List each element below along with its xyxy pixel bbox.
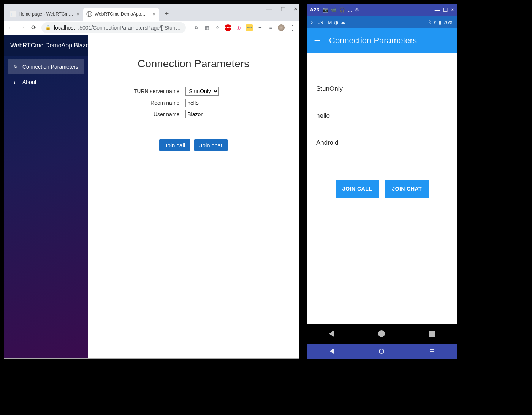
sidebar-item-about[interactable]: i About: [8, 74, 84, 90]
android-recents-icon[interactable]: [429, 331, 435, 337]
android-room-name-input[interactable]: [315, 108, 449, 122]
info-icon: i: [12, 79, 18, 85]
android-nav-bar: [307, 324, 457, 344]
room-name-label: Room name:: [131, 97, 183, 109]
android-home-icon[interactable]: [378, 330, 385, 337]
emulator-nav-bar: ☰: [307, 344, 457, 359]
turn-server-select[interactable]: StunOnly: [185, 87, 219, 96]
emulator-name: A23: [310, 7, 320, 13]
emu-headphones-icon[interactable]: 🎧: [339, 7, 345, 13]
window-maximize-icon[interactable]: ☐: [280, 6, 286, 13]
qr-icon[interactable]: ▦: [203, 24, 210, 31]
back-button-icon[interactable]: ←: [7, 24, 14, 31]
emu-camera-icon[interactable]: 📷: [323, 7, 328, 13]
sidebar: WebRTCme.DemoApp.Blazor ✎ Connection Par…: [4, 35, 88, 358]
emu-settings-icon[interactable]: ⚙: [355, 7, 359, 13]
battery-percent: 76%: [443, 19, 453, 25]
tab2-close-icon[interactable]: ×: [152, 11, 156, 17]
cloud-notif-icon: ☁: [340, 19, 345, 25]
tab1-favicon-icon: I: [10, 11, 16, 17]
bluetooth-icon: ᛒ: [428, 19, 431, 25]
reload-button-icon[interactable]: ⟳: [30, 24, 37, 31]
emulator-close-icon[interactable]: ×: [451, 7, 454, 13]
browser-title-bar: I Home page - WebRTCme.Signall × WebRTCm…: [4, 4, 299, 21]
extension-icons: ⧉ ▦ ☆ ABP ◎ 400 ✦ ≡: [193, 24, 285, 31]
connection-form: TURN server name: StunOnly Room name: Us…: [131, 85, 255, 120]
android-join-chat-button[interactable]: JOIN CHAT: [385, 180, 429, 198]
phone-screen: 21:09 M ◑ ☁ ᛒ ▾ ▮ 76% ☰ Connection Param…: [307, 16, 457, 359]
profile-avatar-icon[interactable]: [278, 24, 285, 31]
page-title: Connection Parameters: [99, 58, 288, 70]
emu-nav-back-icon[interactable]: [330, 349, 334, 354]
app-bar-title: Connection Parameters: [329, 36, 417, 46]
pencil-icon: ✎: [12, 63, 18, 70]
android-user-name-input[interactable]: [315, 135, 449, 149]
puzzle-ext-icon[interactable]: ✦: [256, 24, 263, 31]
android-main: JOIN CALL JOIN CHAT: [307, 53, 457, 324]
svg-text:I: I: [11, 12, 13, 16]
star-icon[interactable]: ☆: [214, 24, 221, 31]
ext-400-icon[interactable]: 400: [246, 24, 253, 31]
android-back-icon[interactable]: [329, 330, 334, 337]
sidebar-item-label: Connection Parameters: [22, 64, 78, 70]
url-path: :5001/ConnectionParametersPage/["StunOnl…: [78, 25, 182, 31]
hamburger-menu-icon[interactable]: ☰: [314, 36, 321, 45]
status-bar: 21:09 M ◑ ☁ ᛒ ▾ ▮ 76%: [307, 16, 457, 28]
lock-icon: 🔒: [45, 25, 51, 30]
android-turn-server-input[interactable]: [315, 81, 449, 95]
emulator-minimize-icon[interactable]: —: [435, 7, 440, 13]
reading-list-icon[interactable]: ≡: [267, 24, 274, 31]
url-host: localhost: [54, 25, 75, 31]
gmail-notif-icon: M: [328, 19, 332, 25]
sidebar-item-label: About: [22, 79, 36, 85]
user-name-input[interactable]: [185, 110, 253, 118]
address-bar[interactable]: 🔒 localhost :5001/ConnectionParametersPa…: [41, 22, 186, 33]
new-tab-button[interactable]: +: [162, 8, 172, 19]
devices-icon[interactable]: ⧉: [193, 24, 200, 31]
turn-server-label: TURN server name:: [131, 85, 183, 97]
window-close-icon[interactable]: ×: [294, 6, 298, 13]
chrome-menu-icon[interactable]: ⋮: [289, 24, 296, 32]
browser-tab-1[interactable]: I Home page - WebRTCme.Signall ×: [7, 8, 83, 21]
emu-nav-menu-icon[interactable]: ☰: [429, 348, 435, 355]
battery-icon: ▮: [439, 19, 441, 25]
tab1-close-icon[interactable]: ×: [76, 11, 80, 17]
status-clock: 21:09: [311, 19, 323, 25]
emu-nav-home-icon[interactable]: [379, 349, 384, 354]
android-emulator-window: A23 📷 📹 🎧 ⛶ ⚙ — ☐ × 21:09 M ◑ ☁: [307, 4, 457, 359]
emu-fullscreen-icon[interactable]: ⛶: [348, 7, 352, 13]
window-controls: — ☐ ×: [266, 6, 298, 13]
room-name-input[interactable]: [185, 99, 253, 107]
emu-video-icon[interactable]: 📹: [331, 7, 337, 13]
pink-ext-icon[interactable]: ◎: [235, 24, 242, 31]
app-bar: ☰ Connection Parameters: [307, 28, 457, 53]
join-chat-button[interactable]: Join chat: [194, 139, 228, 151]
tab2-favicon-icon: [86, 11, 92, 17]
browser-toolbar: ← → ⟳ 🔒 localhost :5001/ConnectionParame…: [4, 21, 299, 35]
app-brand: WebRTCme.DemoApp.Blazor: [4, 35, 88, 56]
emulator-maximize-icon[interactable]: ☐: [443, 7, 448, 13]
tab1-title: Home page - WebRTCme.Signall: [19, 11, 73, 17]
window-minimize-icon[interactable]: —: [266, 6, 272, 13]
abp-icon[interactable]: ABP: [225, 24, 231, 31]
tab2-title: WebRTCme.DemoApp.Blazor.Wa: [95, 11, 149, 17]
android-join-call-button[interactable]: JOIN CALL: [336, 180, 379, 198]
join-call-button[interactable]: Join call: [159, 139, 190, 151]
wifi-icon: ▾: [434, 19, 436, 25]
sidebar-item-connection-parameters[interactable]: ✎ Connection Parameters: [8, 59, 84, 74]
emulator-titlebar: A23 📷 📹 🎧 ⛶ ⚙ — ☐ ×: [307, 4, 457, 16]
browser-window: I Home page - WebRTCme.Signall × WebRTCm…: [4, 4, 299, 359]
browser-tab-2[interactable]: WebRTCme.DemoApp.Blazor.Wa ×: [83, 8, 159, 21]
user-name-label: User name:: [131, 109, 183, 120]
forward-button-icon[interactable]: →: [19, 24, 25, 31]
main-content: Connection Parameters TURN server name: …: [88, 35, 299, 358]
sync-notif-icon: ◑: [334, 19, 338, 25]
